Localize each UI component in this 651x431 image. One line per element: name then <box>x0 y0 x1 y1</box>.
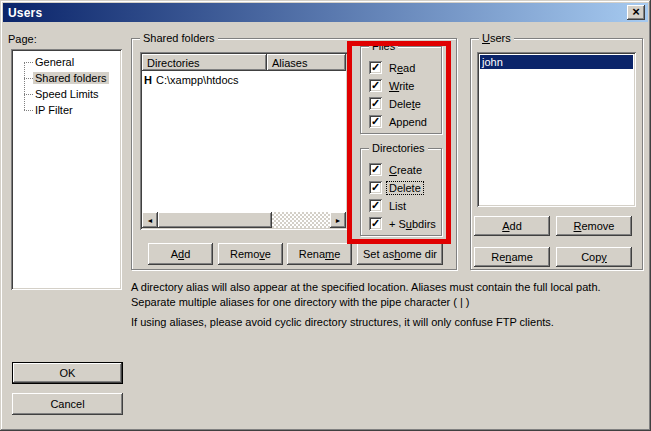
directories-list-header: Directories Aliases <box>142 54 346 71</box>
tree-branch-line <box>24 78 33 79</box>
cancel-button[interactable]: Cancel <box>12 393 123 415</box>
tree-branch-line <box>24 110 33 111</box>
tree-item-speed-limits[interactable]: Speed Limits <box>11 86 122 102</box>
user-name: john <box>482 56 503 68</box>
close-button[interactable]: × <box>627 5 645 20</box>
arrow-right-icon: ► <box>335 217 342 224</box>
arrow-left-icon: ◄ <box>147 217 154 224</box>
close-icon: × <box>632 5 640 18</box>
tree-item-ip-filter[interactable]: IP Filter <box>11 102 122 118</box>
page-label: Page: <box>8 33 37 45</box>
user-remove-button[interactable]: Remove <box>556 216 632 236</box>
user-add-button[interactable]: Add <box>474 216 550 236</box>
subdirs-label: + Subdirs <box>387 218 438 230</box>
delete-dir-label: Delete <box>387 182 423 194</box>
directories-list: Directories Aliases H C:\xampp\htdocs ◄ … <box>140 52 348 230</box>
shared-add-button[interactable]: Add <box>148 243 213 265</box>
check-icon: ✓ <box>371 182 380 193</box>
delete-file-checkbox[interactable]: ✓ <box>369 97 382 110</box>
option-delete-file: ✓ Delete <box>369 97 437 110</box>
append-label: Append <box>387 116 429 128</box>
option-list: ✓ List <box>369 199 437 212</box>
column-header-aliases[interactable]: Aliases <box>267 54 346 71</box>
write-label: Write <box>387 80 416 92</box>
read-label: Read <box>387 62 417 74</box>
scrollbar-thumb[interactable] <box>158 212 272 228</box>
title-bar[interactable]: Users <box>3 3 648 22</box>
user-copy-button[interactable]: Copy <box>556 247 632 267</box>
horizontal-scrollbar[interactable]: ◄ ► <box>142 212 346 228</box>
check-icon: ✓ <box>371 164 380 175</box>
option-read: ✓ Read <box>369 61 437 74</box>
files-legend: Files <box>369 40 398 52</box>
tree-item-label: IP Filter <box>33 104 75 116</box>
delete-dir-checkbox[interactable]: ✓ <box>369 181 382 194</box>
check-icon: ✓ <box>371 218 380 229</box>
alias-note-2: If using aliases, please avoid cyclic di… <box>131 315 647 330</box>
alias-notes: A directory alias will also appear at th… <box>131 280 647 330</box>
read-checkbox[interactable]: ✓ <box>369 61 382 74</box>
option-write: ✓ Write <box>369 79 437 92</box>
create-label: Create <box>387 164 424 176</box>
append-checkbox[interactable]: ✓ <box>369 115 382 128</box>
user-rename-button[interactable]: Rename <box>474 247 550 267</box>
shared-folders-legend: Shared folders <box>140 32 218 44</box>
files-group: Files ✓ Read ✓ Write ✓ Delete ✓ Append <box>360 46 442 134</box>
users-dialog: Users × Page: General Shared folders Spe… <box>0 0 651 431</box>
column-header-directories[interactable]: Directories <box>142 54 267 71</box>
directories-legend: Directories <box>369 142 428 154</box>
tree-item-general[interactable]: General <box>11 54 122 70</box>
option-append: ✓ Append <box>369 115 437 128</box>
check-icon: ✓ <box>371 62 380 73</box>
option-delete-dir: ✓ Delete <box>369 181 437 194</box>
home-flag: H <box>144 74 156 86</box>
alias-note-1: A directory alias will also appear at th… <box>131 280 647 310</box>
tree-branch-line <box>24 94 33 95</box>
create-checkbox[interactable]: ✓ <box>369 163 382 176</box>
check-icon: ✓ <box>371 116 380 127</box>
shared-remove-button[interactable]: Remove <box>218 243 283 265</box>
option-subdirs: ✓ + Subdirs <box>369 217 437 230</box>
shared-rename-button[interactable]: Rename <box>287 243 352 265</box>
delete-file-label: Delete <box>387 98 423 110</box>
user-list-item[interactable]: john <box>480 55 633 69</box>
tree-item-shared-folders[interactable]: Shared folders <box>11 70 122 86</box>
subdirs-checkbox[interactable]: ✓ <box>369 217 382 230</box>
directory-row[interactable]: H C:\xampp\htdocs <box>144 73 344 87</box>
check-icon: ✓ <box>371 98 380 109</box>
directory-path: C:\xampp\htdocs <box>156 74 239 86</box>
tree-branch-line <box>24 62 33 63</box>
tree-item-label: Speed Limits <box>33 88 101 100</box>
users-list: john <box>477 52 636 207</box>
write-checkbox[interactable]: ✓ <box>369 79 382 92</box>
tree-item-label: General <box>33 56 76 68</box>
users-legend: Users <box>479 32 514 44</box>
list-checkbox[interactable]: ✓ <box>369 199 382 212</box>
list-label: List <box>387 200 408 212</box>
ok-button[interactable]: OK <box>12 362 123 384</box>
directories-group: Directories ✓ Create ✓ Delete ✓ List ✓ +… <box>360 148 442 236</box>
tree-item-label: Shared folders <box>33 72 109 84</box>
window-title: Users <box>8 6 42 20</box>
page-tree: General Shared folders Speed Limits IP F… <box>11 49 122 290</box>
set-as-home-dir-button[interactable]: Set as home dir <box>357 243 443 265</box>
option-create: ✓ Create <box>369 163 437 176</box>
scroll-right-button[interactable]: ► <box>330 212 346 228</box>
scroll-left-button[interactable]: ◄ <box>142 212 158 228</box>
check-icon: ✓ <box>371 200 380 211</box>
check-icon: ✓ <box>371 80 380 91</box>
